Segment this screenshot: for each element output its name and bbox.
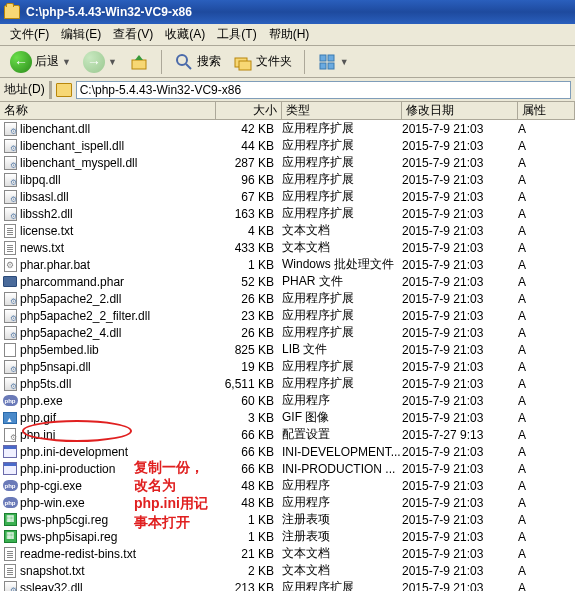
col-date[interactable]: 修改日期 <box>402 102 518 119</box>
file-attr: A <box>518 292 575 306</box>
file-row[interactable]: ssleay32.dll213 KB应用程序扩展2015-7-9 21:03A <box>0 579 575 591</box>
file-row[interactable]: php.ini66 KB配置设置2015-7-27 9:13A <box>0 426 575 443</box>
file-attr: A <box>518 445 575 459</box>
menu-favorites[interactable]: 收藏(A) <box>159 24 211 45</box>
col-size[interactable]: 大小 <box>216 102 282 119</box>
file-row[interactable]: libsasl.dll67 KB应用程序扩展2015-7-9 21:03A <box>0 188 575 205</box>
file-type: 注册表项 <box>282 511 402 528</box>
file-row[interactable]: libpq.dll96 KB应用程序扩展2015-7-9 21:03A <box>0 171 575 188</box>
menu-help[interactable]: 帮助(H) <box>263 24 316 45</box>
file-type: 注册表项 <box>282 528 402 545</box>
file-row[interactable]: php5apache2_2_filter.dll23 KB应用程序扩展2015-… <box>0 307 575 324</box>
file-name: php-cgi.exe <box>20 479 216 493</box>
file-type: INI-DEVELOPMENT... <box>282 445 402 459</box>
file-row[interactable]: snapshot.txt2 KB文本文档2015-7-9 21:03A <box>0 562 575 579</box>
file-row[interactable]: pws-php5cgi.reg1 KB注册表项2015-7-9 21:03A <box>0 511 575 528</box>
views-button[interactable]: ▼ <box>313 50 353 74</box>
menu-view[interactable]: 查看(V) <box>107 24 159 45</box>
svg-rect-5 <box>320 55 326 61</box>
file-row[interactable]: news.txt433 KB文本文档2015-7-9 21:03A <box>0 239 575 256</box>
file-date: 2015-7-27 9:13 <box>402 428 518 442</box>
file-row[interactable]: libssh2.dll163 KB应用程序扩展2015-7-9 21:03A <box>0 205 575 222</box>
file-row[interactable]: php5embed.lib825 KBLIB 文件2015-7-9 21:03A <box>0 341 575 358</box>
menu-edit[interactable]: 编辑(E) <box>55 24 107 45</box>
file-size: 1 KB <box>216 258 282 272</box>
menu-bar: 文件(F) 编辑(E) 查看(V) 收藏(A) 工具(T) 帮助(H) <box>0 24 575 46</box>
file-row[interactable]: php.ini-production66 KBINI-PRODUCTION ..… <box>0 460 575 477</box>
menu-tools[interactable]: 工具(T) <box>211 24 262 45</box>
file-name: php5apache2_4.dll <box>20 326 216 340</box>
file-attr: A <box>518 258 575 272</box>
up-button[interactable] <box>125 50 153 74</box>
file-row[interactable]: libenchant_myspell.dll287 KB应用程序扩展2015-7… <box>0 154 575 171</box>
file-row[interactable]: phpphp-cgi.exe48 KB应用程序2015-7-9 21:03A <box>0 477 575 494</box>
file-size: 67 KB <box>216 190 282 204</box>
menu-file[interactable]: 文件(F) <box>4 24 55 45</box>
search-button[interactable]: 搜索 <box>170 50 225 74</box>
search-label: 搜索 <box>197 53 221 70</box>
file-type: 应用程序扩展 <box>282 205 402 222</box>
file-attr: A <box>518 428 575 442</box>
folder-icon <box>56 83 72 97</box>
file-name: php5embed.lib <box>20 343 216 357</box>
file-row[interactable]: phpphp-win.exe48 KB应用程序2015-7-9 21:03A <box>0 494 575 511</box>
file-attr: A <box>518 139 575 153</box>
dll-icon <box>2 580 18 592</box>
file-name: php.ini-development <box>20 445 216 459</box>
dll-icon <box>2 206 18 222</box>
file-size: 1 KB <box>216 513 282 527</box>
forward-arrow-icon: → <box>83 51 105 73</box>
file-size: 96 KB <box>216 173 282 187</box>
file-name: pws-php5isapi.reg <box>20 530 216 544</box>
file-row[interactable]: php.ini-development66 KBINI-DEVELOPMENT.… <box>0 443 575 460</box>
file-row[interactable]: libenchant.dll42 KB应用程序扩展2015-7-9 21:03A <box>0 120 575 137</box>
file-size: 66 KB <box>216 445 282 459</box>
dll-icon <box>2 308 18 324</box>
dll-icon <box>2 138 18 154</box>
file-row[interactable]: readme-redist-bins.txt21 KB文本文档2015-7-9 … <box>0 545 575 562</box>
separator <box>161 50 162 74</box>
file-size: 2 KB <box>216 564 282 578</box>
forward-button[interactable]: → ▼ <box>79 49 121 75</box>
file-attr: A <box>518 411 575 425</box>
file-row[interactable]: license.txt4 KB文本文档2015-7-9 21:03A <box>0 222 575 239</box>
file-attr: A <box>518 547 575 561</box>
file-size: 163 KB <box>216 207 282 221</box>
file-size: 4 KB <box>216 224 282 238</box>
file-date: 2015-7-9 21:03 <box>402 275 518 289</box>
file-type: 应用程序扩展 <box>282 358 402 375</box>
col-type[interactable]: 类型 <box>282 102 402 119</box>
file-date: 2015-7-9 21:03 <box>402 377 518 391</box>
file-date: 2015-7-9 21:03 <box>402 411 518 425</box>
file-row[interactable]: php5apache2_4.dll26 KB应用程序扩展2015-7-9 21:… <box>0 324 575 341</box>
file-date: 2015-7-9 21:03 <box>402 394 518 408</box>
col-attr[interactable]: 属性 <box>518 102 575 119</box>
file-row[interactable]: phar.phar.bat1 KBWindows 批处理文件2015-7-9 2… <box>0 256 575 273</box>
file-date: 2015-7-9 21:03 <box>402 139 518 153</box>
dll-icon <box>2 325 18 341</box>
address-input[interactable] <box>76 81 571 99</box>
file-row[interactable]: phpphp.exe60 KB应用程序2015-7-9 21:03A <box>0 392 575 409</box>
col-name[interactable]: 名称 <box>0 102 216 119</box>
file-row[interactable]: php5ts.dll6,511 KB应用程序扩展2015-7-9 21:03A <box>0 375 575 392</box>
file-row[interactable]: php5apache2_2.dll26 KB应用程序扩展2015-7-9 21:… <box>0 290 575 307</box>
back-button[interactable]: ← 后退 ▼ <box>6 49 75 75</box>
file-type: Windows 批处理文件 <box>282 256 402 273</box>
file-attr: A <box>518 173 575 187</box>
file-attr: A <box>518 241 575 255</box>
file-attr: A <box>518 479 575 493</box>
separator <box>49 81 52 99</box>
file-row[interactable]: pws-php5isapi.reg1 KB注册表项2015-7-9 21:03A <box>0 528 575 545</box>
folders-button[interactable]: 文件夹 <box>229 50 296 74</box>
search-icon <box>174 52 194 72</box>
file-date: 2015-7-9 21:03 <box>402 173 518 187</box>
file-size: 60 KB <box>216 394 282 408</box>
file-size: 44 KB <box>216 139 282 153</box>
file-row[interactable]: php5nsapi.dll19 KB应用程序扩展2015-7-9 21:03A <box>0 358 575 375</box>
dll-icon <box>2 291 18 307</box>
title-bar: C:\php-5.4.43-Win32-VC9-x86 <box>0 0 575 24</box>
file-row[interactable]: pharcommand.phar52 KBPHAR 文件2015-7-9 21:… <box>0 273 575 290</box>
file-type: 文本文档 <box>282 222 402 239</box>
file-row[interactable]: libenchant_ispell.dll44 KB应用程序扩展2015-7-9… <box>0 137 575 154</box>
file-row[interactable]: php.gif3 KBGIF 图像2015-7-9 21:03A <box>0 409 575 426</box>
